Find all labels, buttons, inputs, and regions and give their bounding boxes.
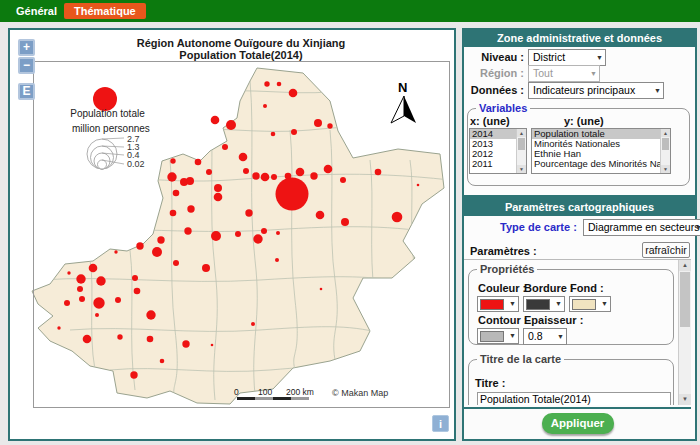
list-option[interactable]: Population totale xyxy=(532,129,670,139)
scale-tick: 100 xyxy=(258,387,272,397)
contour-swatch xyxy=(480,331,504,342)
chevron-down-icon: ▼ xyxy=(509,297,516,311)
x-variable-label: x: (une) xyxy=(470,115,510,127)
couleur-label: Couleur : xyxy=(478,282,526,294)
params-panel-title: Paramètres cartographiques xyxy=(464,199,695,216)
map-copyright: © Makan Map xyxy=(332,388,388,398)
parametres-cartographiques-panel: Paramètres cartographiques Type de carte… xyxy=(462,197,697,441)
donnees-label: Données : xyxy=(471,84,524,96)
scroll-down-icon[interactable]: ▼ xyxy=(679,394,691,405)
chevron-down-icon: ▼ xyxy=(590,66,597,81)
contour-dropdown[interactable]: ▼ xyxy=(477,328,519,344)
bordure-swatch xyxy=(526,299,550,310)
epaisseur-select[interactable]: 0.8 ▼ xyxy=(523,328,567,345)
epaisseur-value: 0.8 xyxy=(528,330,543,342)
scale-tick: 0 xyxy=(234,387,239,397)
bordure-dropdown[interactable]: ▼ xyxy=(523,296,565,312)
legend-symbol-label: Population totale xyxy=(65,108,150,119)
scroll-thumb[interactable] xyxy=(680,272,690,327)
map-title: Région Autonome Ouïgoure du Xinjiang Pop… xyxy=(33,37,449,61)
fond-swatch xyxy=(572,299,596,310)
couleur-dropdown[interactable]: ▼ xyxy=(477,296,519,312)
scroll-thumb[interactable] xyxy=(662,138,669,150)
titre-carte-fieldset: Titre de la carte Titre : Couleur : Tail… xyxy=(468,353,674,405)
scroll-down-icon[interactable]: ▼ xyxy=(517,165,526,173)
niveau-select-value: District xyxy=(533,51,565,63)
type-carte-select-value: Diagramme en secteurs xyxy=(588,221,699,233)
listbox-scrollbar[interactable]: ▲ ▼ xyxy=(516,129,526,173)
tab-thematique[interactable]: Thématique xyxy=(64,3,146,19)
params-scroll-area[interactable]: Propriétés Couleur : Bordure : Fond : ▼ … xyxy=(464,259,691,405)
map-title-line2: Population Totale(2014) xyxy=(33,49,449,61)
donnees-select-value: Indicateurs principaux xyxy=(533,84,635,96)
x-variable-listbox[interactable]: 2014201320122011 ▲ ▼ xyxy=(469,128,527,174)
legend-size-value: 0.02 xyxy=(127,159,145,169)
scroll-up-icon[interactable]: ▲ xyxy=(517,129,526,137)
niveau-label: Niveau : xyxy=(481,51,524,63)
titre-input[interactable] xyxy=(477,392,671,405)
north-label: N xyxy=(398,80,407,95)
couleur-swatch xyxy=(480,299,504,310)
scale-tick: 200 km xyxy=(286,387,314,397)
zoom-out-button[interactable]: − xyxy=(18,57,35,74)
apply-section: Appliquer xyxy=(464,407,691,439)
chevron-down-icon: ▼ xyxy=(596,50,603,65)
parametres-label: Paramètres : xyxy=(470,245,537,257)
region-select[interactable]: Tout ▼ xyxy=(528,65,600,82)
zone-panel-title: Zone administrative et données xyxy=(464,30,695,47)
y-variable-label: y: (une) xyxy=(564,115,604,127)
params-scrollbar[interactable]: ▲ ▼ xyxy=(678,260,691,405)
region-select-value: Tout xyxy=(533,67,553,79)
chevron-down-icon: ▼ xyxy=(601,297,608,311)
chevron-down-icon: ▼ xyxy=(654,83,661,98)
map-title-line1: Région Autonome Ouïgoure du Xinjiang xyxy=(33,37,449,49)
chevron-down-icon: ▼ xyxy=(509,329,516,343)
type-carte-label: Type de carte : xyxy=(500,221,577,233)
info-button[interactable]: i xyxy=(432,415,449,432)
titre-carte-legend: Titre de la carte xyxy=(477,353,564,365)
extent-button[interactable]: E xyxy=(18,83,35,100)
map-panel: Région Autonome Ouïgoure du Xinjiang Pop… xyxy=(8,28,456,441)
region-label: Région : xyxy=(480,67,524,79)
scroll-thumb[interactable] xyxy=(518,138,525,150)
scale-bar xyxy=(237,397,309,400)
titre-label: Titre : xyxy=(475,377,505,389)
y-variable-listbox[interactable]: Population totaleMinorités NationalesEth… xyxy=(531,128,671,174)
scroll-up-icon[interactable]: ▲ xyxy=(679,260,691,271)
proprietes-legend: Propriétés xyxy=(477,263,537,275)
list-option[interactable]: Minorités Nationales xyxy=(532,139,670,149)
niveau-select[interactable]: District ▼ xyxy=(528,49,606,66)
bordure-label: Bordure : xyxy=(524,282,574,294)
top-nav-bar: Général Thématique xyxy=(0,0,700,22)
legend-unit-label: million personnes xyxy=(72,123,150,134)
chevron-down-icon: ▼ xyxy=(557,329,564,344)
list-option[interactable]: Pourcentage des Minorités Nationa xyxy=(532,159,670,169)
fond-label: Fond : xyxy=(570,282,604,294)
fond-dropdown[interactable]: ▼ xyxy=(569,296,611,312)
tab-general[interactable]: Général xyxy=(6,3,67,19)
contour-label: Contour : xyxy=(478,314,527,326)
chevron-down-icon: ▼ xyxy=(555,297,562,311)
variables-legend: Variables xyxy=(476,102,530,114)
rafraichir-button[interactable]: rafraîchir xyxy=(642,242,690,258)
epaisseur-label: Epaisseur : xyxy=(524,314,583,326)
zone-administrative-panel: Zone administrative et données Niveau : … xyxy=(462,28,697,197)
zoom-in-button[interactable]: + xyxy=(18,39,35,56)
scroll-down-icon[interactable]: ▼ xyxy=(661,165,670,173)
appliquer-button[interactable]: Appliquer xyxy=(542,413,614,434)
donnees-select[interactable]: Indicateurs principaux ▼ xyxy=(528,82,664,99)
list-option[interactable]: Ethnie Han xyxy=(532,149,670,159)
type-carte-select[interactable]: Diagramme en secteurs ▼ xyxy=(583,219,700,236)
listbox-scrollbar[interactable]: ▲ ▼ xyxy=(660,129,670,173)
chevron-down-icon: ▼ xyxy=(695,220,700,235)
scroll-up-icon[interactable]: ▲ xyxy=(661,129,670,137)
